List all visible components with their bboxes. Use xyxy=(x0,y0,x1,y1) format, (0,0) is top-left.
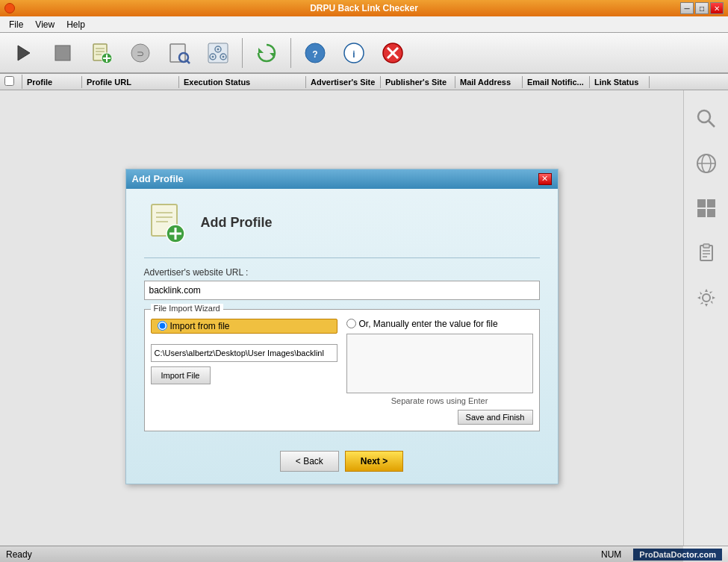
exit-icon xyxy=(381,41,405,65)
dialog-body: Add Profile Advertiser's website URL : F… xyxy=(126,189,558,443)
toolbar-separator xyxy=(242,38,243,68)
delete-icon: ⊃ xyxy=(128,41,152,65)
svg-line-13 xyxy=(187,60,190,63)
refresh-icon xyxy=(255,41,279,65)
svg-point-18 xyxy=(212,55,214,57)
manual-textarea[interactable] xyxy=(346,334,533,393)
manual-entry-radio-label: Or, Manually enter the value for file xyxy=(346,319,533,329)
menu-help[interactable]: Help xyxy=(60,18,91,31)
dialog-title-bar: Add Profile ✕ xyxy=(126,169,558,189)
search-button[interactable] xyxy=(161,36,197,70)
th-pub-site: Publisher's Site xyxy=(381,76,455,88)
sidebar-clipboard-icon[interactable] xyxy=(693,240,720,266)
help-button[interactable]: ? xyxy=(297,36,333,70)
window-close-button[interactable]: ✕ xyxy=(710,2,724,14)
next-button[interactable]: Next > xyxy=(345,451,403,472)
th-email: Email Notific... xyxy=(523,76,590,88)
import-from-file-radio[interactable]: Import from file xyxy=(151,319,337,334)
import-file-button[interactable]: Import File xyxy=(151,366,211,384)
th-exec-status: Execution Status xyxy=(179,76,306,88)
sidebar-settings-icon[interactable] xyxy=(693,284,720,311)
add-profile-button[interactable] xyxy=(84,36,119,70)
maximize-button[interactable]: □ xyxy=(695,2,709,14)
svg-point-20 xyxy=(223,55,225,57)
dialog-title-text: Add Profile xyxy=(132,173,184,184)
add-profile-dialog: Add Profile ✕ xyxy=(125,169,559,484)
file-import-wizard: File Import Wizard Import from file xyxy=(144,309,540,431)
select-all-checkbox[interactable] xyxy=(4,76,14,86)
title-bar: DRPU Back Link Checker ─ □ ✕ xyxy=(0,0,728,16)
window-controls: ─ □ ✕ xyxy=(680,2,724,14)
info-icon: i xyxy=(342,41,366,65)
stop-icon xyxy=(51,41,75,65)
save-finish-button[interactable]: Save and Finish xyxy=(458,410,533,425)
svg-line-38 xyxy=(709,121,715,127)
wizard-legend: File Import Wizard xyxy=(151,304,223,313)
import-radio-button[interactable] xyxy=(158,321,167,331)
svg-point-51 xyxy=(703,294,710,302)
svg-text:i: i xyxy=(352,49,355,60)
settings-icon xyxy=(206,41,230,65)
main-area: Add Profile ✕ xyxy=(0,90,728,562)
app-title: DRPU Back Link Checker xyxy=(310,3,418,13)
svg-rect-45 xyxy=(707,209,715,217)
back-button[interactable]: < Back xyxy=(280,451,339,472)
dialog-footer: < Back Next > xyxy=(126,443,558,484)
menu-view[interactable]: View xyxy=(29,18,60,31)
svg-marker-22 xyxy=(270,53,275,58)
dialog-heading: Add Profile xyxy=(201,215,273,231)
app-icon xyxy=(4,3,15,13)
svg-point-16 xyxy=(217,48,220,50)
content-area: Add Profile ✕ xyxy=(0,90,683,562)
manual-radio-button[interactable] xyxy=(346,319,356,328)
svg-rect-47 xyxy=(703,244,709,248)
svg-marker-21 xyxy=(258,48,264,53)
refresh-button[interactable] xyxy=(249,36,284,70)
exit-button[interactable] xyxy=(375,36,411,70)
delete-button[interactable]: ⊃ xyxy=(122,36,158,70)
minimize-button[interactable]: ─ xyxy=(680,2,694,14)
sidebar-network-icon[interactable] xyxy=(693,150,720,177)
svg-text:⊃: ⊃ xyxy=(137,49,144,59)
right-sidebar xyxy=(683,90,728,562)
wizard-left: Import from file Import File xyxy=(151,319,337,425)
url-label: Advertiser's website URL : xyxy=(144,267,540,278)
add-profile-icon xyxy=(90,41,113,65)
wizard-content: Import from file Import File Or, xyxy=(151,316,533,425)
help-icon: ? xyxy=(303,41,327,65)
th-link-status: Link Status xyxy=(590,76,650,88)
dialog-overlay: Add Profile ✕ xyxy=(0,90,683,562)
menu-bar: File View Help xyxy=(0,16,728,33)
th-mail: Mail Address xyxy=(455,76,523,88)
svg-point-37 xyxy=(698,110,710,122)
add-profile-dialog-icon xyxy=(144,201,189,246)
manual-entry-label: Or, Manually enter the value for file xyxy=(359,319,498,329)
separate-rows-text: Separate rows using Enter xyxy=(346,396,533,405)
dialog-close-button[interactable]: ✕ xyxy=(538,173,552,185)
stop-button[interactable] xyxy=(45,36,81,70)
toolbar-separator-2 xyxy=(290,38,291,68)
th-check xyxy=(0,75,22,89)
toolbar: ⊃ xyxy=(0,33,728,74)
wizard-right: Or, Manually enter the value for file Se… xyxy=(346,319,533,425)
dialog-header-section: Add Profile xyxy=(144,201,540,246)
sidebar-search-icon[interactable] xyxy=(693,105,720,132)
play-icon xyxy=(12,41,36,65)
th-profile: Profile xyxy=(22,76,82,88)
svg-text:?: ? xyxy=(312,49,317,60)
import-from-file-label: Import from file xyxy=(170,321,230,331)
svg-rect-1 xyxy=(55,46,70,60)
menu-file[interactable]: File xyxy=(3,18,29,31)
sidebar-windows-icon[interactable] xyxy=(693,195,720,222)
dialog-divider xyxy=(144,257,540,258)
th-adv-site: Advertiser's Site xyxy=(306,76,381,88)
url-input[interactable] xyxy=(144,281,540,300)
search-icon xyxy=(167,41,191,65)
svg-rect-43 xyxy=(707,199,715,207)
play-button[interactable] xyxy=(6,36,42,70)
table-header: Profile Profile URL Execution Status Adv… xyxy=(0,74,728,90)
file-path-input[interactable] xyxy=(151,344,337,362)
settings-button[interactable] xyxy=(200,36,236,70)
svg-rect-44 xyxy=(697,209,706,217)
info-button[interactable]: i xyxy=(336,36,372,70)
